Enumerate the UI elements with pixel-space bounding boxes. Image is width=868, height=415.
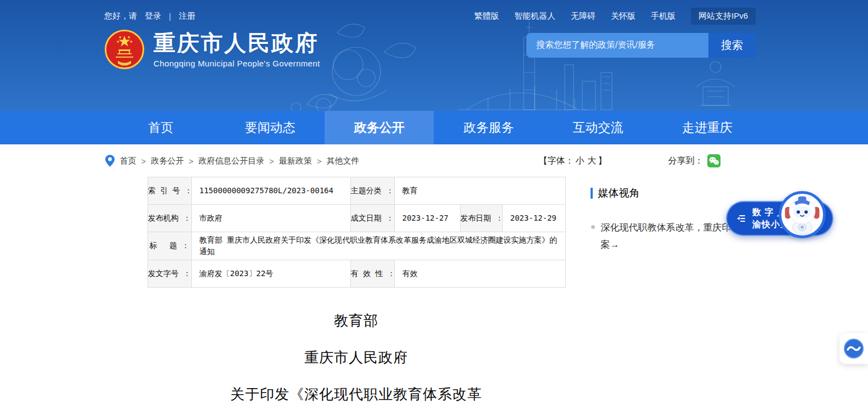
table-row: 标 题 ： 教育部 重庆市人民政府关于印发《深化现代职业教育体系改革服务成渝地区… <box>147 232 565 260</box>
topbar-divider: | <box>169 12 171 21</box>
document-title-block: 教育部 重庆市人民政府 关于印发《深化现代职业教育体系改革 <box>147 288 565 403</box>
topbar: 您好，请 登录 | 注册 繁體版 智能机器人 无障碍 关怀版 手机版 网站支持I… <box>0 0 868 21</box>
breadcrumb-separator: > <box>317 156 322 166</box>
section-accent-bar <box>591 188 593 199</box>
robot-mascot-icon[interactable] <box>779 191 826 238</box>
topbar-item-ipv6[interactable]: 网站支持IPv6 <box>691 8 756 25</box>
breadcrumb-info-catalog[interactable]: 政府信息公开目录 <box>198 156 264 166</box>
bullet-dot-icon <box>591 225 595 229</box>
title-value: 教育部 重庆市人民政府关于印发《深化现代职业教育体系改革服务成渝地区双城经济圈建… <box>191 232 565 260</box>
doc-number-label: 发文字号 ： <box>147 260 191 288</box>
document-title-line3: 关于印发《深化现代职业教育体系改革 <box>147 385 565 404</box>
assistant-menu-icon <box>735 212 747 225</box>
search-input[interactable] <box>526 33 708 58</box>
breadcrumb-gov-disclosure[interactable]: 政务公开 <box>151 156 184 166</box>
nav-item-news[interactable]: 要闻动态 <box>215 111 325 144</box>
main-navigation: 首页 要闻动态 政务公开 政务服务 互动交流 走进重庆 <box>0 111 868 144</box>
site-subtitle: Chongqing Municipal People's Government <box>154 59 320 68</box>
search-button[interactable]: 搜索 <box>708 33 756 58</box>
breadcrumb-latest-policies[interactable]: 最新政策 <box>279 156 312 166</box>
search-box: 搜索 <box>526 33 756 58</box>
nav-item-interaction[interactable]: 互动交流 <box>543 111 653 144</box>
share-label: 分享到： <box>668 155 704 167</box>
service-logo-icon <box>843 338 864 359</box>
national-emblem-icon: ★ ★ ★ ★ <box>104 29 145 70</box>
topbar-item-care-edition[interactable]: 关怀版 <box>611 11 636 21</box>
breadcrumb-other-documents: 其他文件 <box>327 156 360 166</box>
index-number-value: 11500000009275780L/2023-00164 <box>191 177 350 205</box>
breadcrumb-separator: > <box>269 156 274 166</box>
topbar-item-robot[interactable]: 智能机器人 <box>514 11 555 21</box>
validity-value: 有效 <box>394 260 565 288</box>
breadcrumb: 首页 > 政务公开 > 政府信息公开目录 > 最新政策 > 其他文件 【字体： … <box>105 152 763 170</box>
site-title: 重庆市人民政府 <box>154 31 320 55</box>
topic-category-value: 教育 <box>394 177 565 205</box>
breadcrumb-home[interactable]: 首页 <box>120 156 137 166</box>
share-group: 分享到： <box>668 154 721 167</box>
validity-label: 有 效 性 ： <box>350 260 394 288</box>
document-title-line2: 重庆市人民政府 <box>147 349 565 367</box>
written-date-label: 成文日期 ： <box>350 205 394 232</box>
wechat-share-icon[interactable] <box>707 154 721 167</box>
doc-number-value: 渝府发〔2023〕22号 <box>191 260 350 288</box>
svg-text:★: ★ <box>129 40 133 43</box>
page: 您好，请 登录 | 注册 繁體版 智能机器人 无障碍 关怀版 手机版 网站支持I… <box>0 0 868 415</box>
font-control-prefix: 【字体： <box>539 155 574 167</box>
title-label: 标 题 ： <box>147 232 191 260</box>
font-size-control: 【字体： 小 大 】 <box>539 155 607 167</box>
table-row: 发布机构 ： 市政府 成文日期 ： 2023-12-27 发布日期 ： 2023… <box>147 205 565 232</box>
site-header: 您好，请 登录 | 注册 繁體版 智能机器人 无障碍 关怀版 手机版 网站支持I… <box>0 0 868 111</box>
publish-date-value: 2023-12-29 <box>502 205 565 232</box>
font-size-large-button[interactable]: 大 <box>588 155 597 167</box>
floating-service-button[interactable] <box>839 333 868 364</box>
location-pin-icon <box>105 155 115 167</box>
brand-row: ★ ★ ★ ★ 重庆市人民政府 Chongqing Municipal Peop… <box>0 29 868 70</box>
svg-text:★: ★ <box>116 40 120 43</box>
digital-assistant-widget[interactable]: 数 字 人 渝快小宝 <box>726 198 833 244</box>
font-control-suffix: 】 <box>598 155 607 167</box>
topbar-item-traditional[interactable]: 繁體版 <box>474 11 499 21</box>
register-link[interactable]: 注册 <box>179 11 195 21</box>
document-title-line1: 教育部 <box>147 312 565 330</box>
nav-item-gov-services[interactable]: 政务服务 <box>434 111 543 144</box>
breadcrumb-separator: > <box>141 156 146 166</box>
table-row: 发文字号 ： 渝府发〔2023〕22号 有 效 性 ： 有效 <box>147 260 565 288</box>
nav-item-gov-disclosure[interactable]: 政务公开 <box>325 111 434 144</box>
table-row: 索 引 号 ： 11500000009275780L/2023-00164 主题… <box>147 177 565 205</box>
content-area: 首页 > 政务公开 > 政府信息公开目录 > 最新政策 > 其他文件 【字体： … <box>0 152 868 415</box>
login-link[interactable]: 登录 <box>145 11 161 21</box>
nav-item-about-chongqing[interactable]: 走进重庆 <box>653 111 762 144</box>
topbar-item-accessibility[interactable]: 无障碍 <box>571 11 595 21</box>
issuing-agency-value: 市政府 <box>191 205 350 232</box>
svg-text:★: ★ <box>118 35 122 39</box>
breadcrumb-separator: > <box>189 156 194 166</box>
topbar-item-mobile[interactable]: 手机版 <box>651 11 676 21</box>
media-section-title: 媒体视角 <box>598 186 640 200</box>
greeting-text: 您好，请 <box>104 11 137 21</box>
document-column: 索 引 号 ： 11500000009275780L/2023-00164 主题… <box>147 177 565 415</box>
written-date-value: 2023-12-27 <box>394 205 460 232</box>
svg-text:★: ★ <box>127 35 131 39</box>
index-number-label: 索 引 号 ： <box>147 177 191 205</box>
publish-date-label: 发布日期 ： <box>460 205 502 232</box>
font-size-small-button[interactable]: 小 <box>576 155 585 167</box>
issuing-agency-label: 发布机构 ： <box>147 205 191 232</box>
topic-category-label: 主题分类 ： <box>350 177 394 205</box>
nav-item-home[interactable]: 首页 <box>106 111 215 144</box>
document-metadata-table: 索 引 号 ： 11500000009275780L/2023-00164 主题… <box>147 177 566 288</box>
